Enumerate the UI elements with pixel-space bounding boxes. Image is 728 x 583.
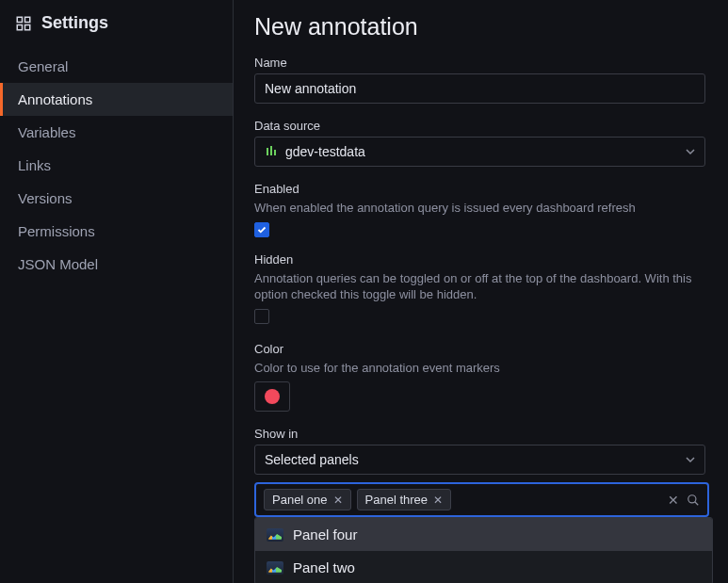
name-input[interactable]	[254, 73, 705, 104]
svg-rect-6	[274, 150, 276, 155]
clear-all-icon[interactable]: ✕	[668, 493, 679, 508]
panel-icon	[267, 528, 283, 542]
enabled-desc: When enabled the annotation query is iss…	[254, 200, 709, 217]
dropdown-item-panel-two[interactable]: Panel two	[255, 551, 712, 583]
hidden-checkbox[interactable]	[254, 309, 269, 324]
settings-sidebar: Settings General Annotations Variables L…	[0, 0, 234, 583]
dashboard-grid-icon	[15, 15, 32, 32]
panel-multiselect[interactable]: Panel one ✕ Panel three ✕ ✕ Panel four P…	[254, 482, 709, 517]
name-label: Name	[254, 56, 709, 70]
panel-dropdown: Panel four Panel two	[254, 517, 713, 583]
dropdown-item-panel-four[interactable]: Panel four	[255, 518, 712, 551]
svg-line-8	[695, 501, 699, 505]
chip-panel-three: Panel three ✕	[357, 489, 452, 510]
sidebar-item-annotations[interactable]: Annotations	[0, 83, 233, 116]
sidebar-item-variables[interactable]: Variables	[0, 116, 233, 149]
chip-panel-one: Panel one ✕	[264, 489, 351, 510]
chip-remove-icon[interactable]: ✕	[333, 494, 343, 507]
main-content: New annotation Name Data source gdev-tes…	[234, 0, 728, 583]
enabled-checkbox[interactable]	[254, 222, 269, 237]
sidebar-item-general[interactable]: General	[0, 50, 233, 83]
field-hidden: Hidden Annotation queries can be toggled…	[254, 252, 709, 327]
svg-rect-4	[267, 148, 268, 155]
svg-rect-3	[25, 24, 30, 29]
chevron-down-icon	[686, 144, 695, 159]
show-in-label: Show in	[254, 427, 709, 441]
svg-rect-1	[25, 17, 30, 22]
chip-remove-icon[interactable]: ✕	[433, 494, 443, 507]
svg-rect-5	[270, 146, 272, 155]
sidebar-item-links[interactable]: Links	[0, 149, 233, 182]
panel-icon	[267, 561, 283, 575]
svg-rect-0	[17, 17, 22, 22]
field-show-in: Show in Selected panels Panel one ✕ Pane…	[254, 427, 709, 517]
datasource-label: Data source	[254, 119, 709, 133]
multiselect-actions: ✕	[668, 493, 700, 508]
svg-point-7	[688, 494, 696, 502]
svg-rect-2	[17, 24, 22, 29]
field-datasource: Data source gdev-testdata	[254, 119, 709, 167]
hidden-desc: Annotation queries can be toggled on or …	[254, 270, 709, 303]
field-color: Color Color to use for the annotation ev…	[254, 342, 709, 413]
color-label: Color	[254, 342, 709, 356]
datasource-select[interactable]: gdev-testdata	[254, 137, 705, 167]
sidebar-item-versions[interactable]: Versions	[0, 182, 233, 215]
sidebar-header: Settings	[0, 13, 233, 50]
datasource-icon	[265, 145, 278, 158]
search-icon[interactable]	[687, 494, 700, 507]
sidebar-item-permissions[interactable]: Permissions	[0, 215, 233, 248]
color-desc: Color to use for the annotation event ma…	[254, 360, 709, 377]
hidden-label: Hidden	[254, 252, 709, 267]
chip-label: Panel three	[365, 493, 429, 507]
dropdown-item-label: Panel two	[293, 559, 355, 575]
chevron-down-icon	[686, 452, 695, 467]
datasource-value: gdev-testdata	[285, 144, 365, 159]
show-in-select[interactable]: Selected panels	[254, 445, 705, 475]
sidebar-item-json-model[interactable]: JSON Model	[0, 248, 233, 281]
chip-label: Panel one	[272, 493, 328, 507]
color-dot	[265, 389, 280, 404]
page-title: New annotation	[254, 13, 709, 40]
field-name: Name	[254, 56, 709, 104]
field-enabled: Enabled When enabled the annotation quer…	[254, 182, 709, 237]
color-picker[interactable]	[254, 381, 290, 412]
sidebar-title: Settings	[41, 13, 108, 33]
dropdown-item-label: Panel four	[293, 526, 357, 543]
show-in-value: Selected panels	[265, 452, 359, 467]
enabled-label: Enabled	[254, 182, 709, 196]
